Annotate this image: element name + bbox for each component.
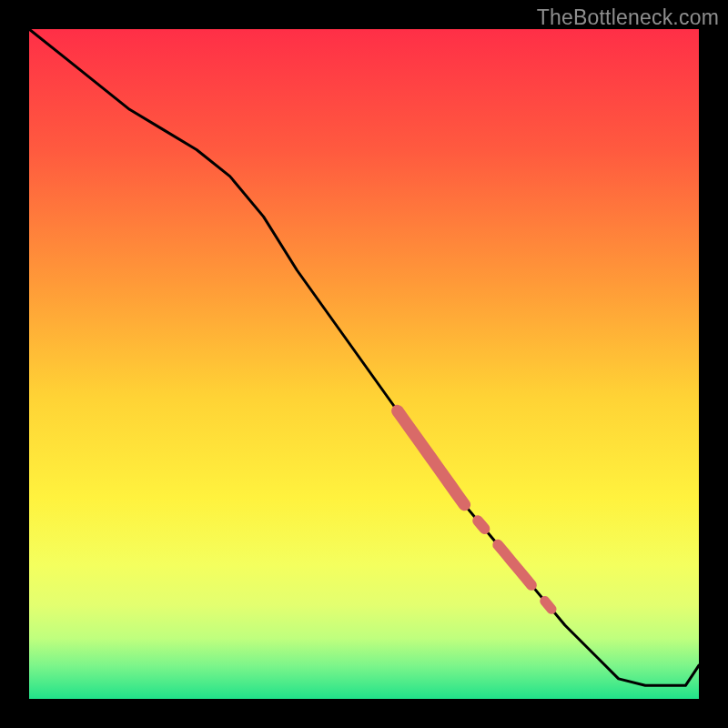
highlight-segment-3 [545, 602, 551, 610]
plot-area [29, 29, 699, 699]
chart-svg [29, 29, 699, 699]
chart-frame: TheBottleneck.com [0, 0, 728, 728]
watermark-text: TheBottleneck.com [537, 5, 719, 30]
highlight-segment-1 [478, 521, 484, 529]
